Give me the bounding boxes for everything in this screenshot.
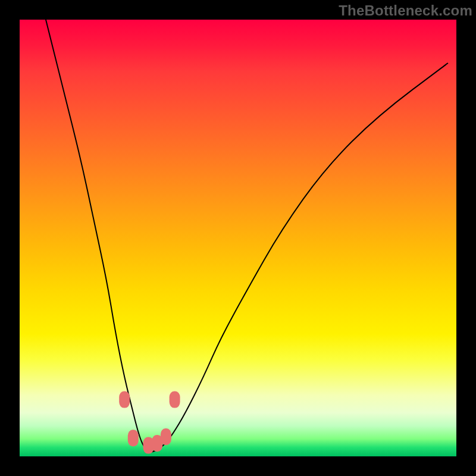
plot-area [20,20,456,456]
watermark-text: TheBottleneck.com [339,2,472,19]
curve-marker [161,428,171,445]
curve-marker [119,392,130,408]
curve-marker [128,430,139,446]
marker-group [119,392,180,454]
bottleneck-curve [46,20,447,452]
curve-svg [20,20,456,456]
chart-frame: TheBottleneck.com [0,0,476,476]
curve-marker [170,392,180,408]
